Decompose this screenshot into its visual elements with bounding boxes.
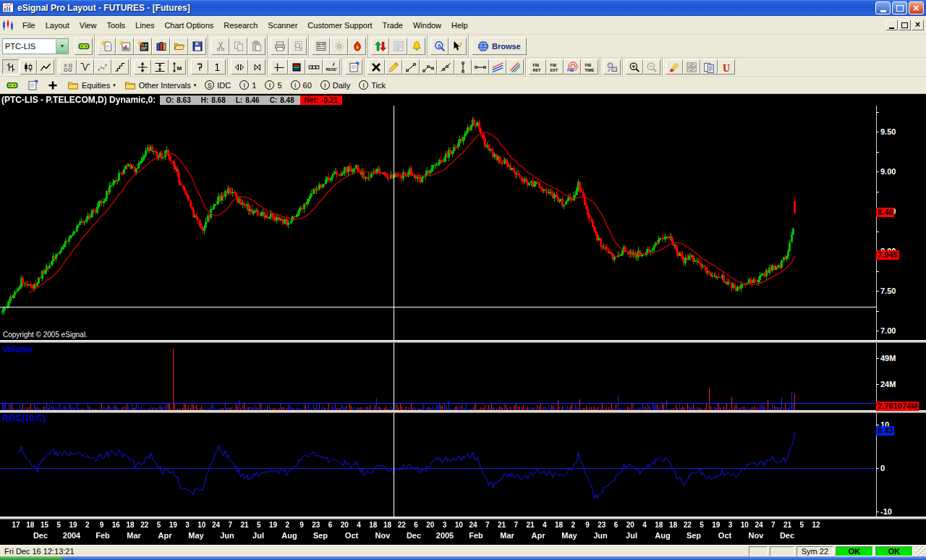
vertical-segment-button[interactable]: [454, 59, 472, 75]
mdi-minimize-button[interactable]: [885, 20, 898, 30]
resize-grip[interactable]: [915, 546, 926, 556]
detail-window-button: [389, 38, 407, 55]
alert-button[interactable]: [407, 38, 425, 55]
style-line-button[interactable]: [37, 59, 54, 75]
open-layout-button[interactable]: [170, 38, 188, 55]
menu-chart-options[interactable]: Chart Options: [159, 18, 218, 33]
hot-list-button[interactable]: [348, 38, 366, 55]
menu-lines[interactable]: Lines: [130, 18, 159, 33]
fib-circle-button[interactable]: FIB: [564, 59, 581, 75]
titlebar[interactable]: eSignal Pro Layout - FUTURES - [Futures]: [0, 0, 926, 16]
page-left-button[interactable]: [231, 59, 248, 75]
context-help-button[interactable]: ?: [449, 38, 467, 55]
andrews-pitchfork-button[interactable]: [506, 59, 524, 75]
boxes-row-button[interactable]: [305, 59, 323, 75]
fib-retracement-button[interactable]: FIBRET: [529, 59, 546, 75]
menu-file[interactable]: File: [17, 18, 41, 33]
interval-daily-label: Daily: [333, 81, 350, 90]
print-button[interactable]: [271, 38, 289, 55]
style-hlc-button[interactable]: [77, 59, 94, 75]
new-quote-board-button[interactable]: [152, 38, 170, 55]
style-point-figure-button[interactable]: [59, 59, 77, 75]
high-value: 8.68: [211, 96, 225, 104]
draw-pencil-button[interactable]: [385, 59, 402, 75]
trend-ray-button[interactable]: [437, 59, 454, 75]
toolbar-separator: [366, 35, 371, 57]
close-button[interactable]: [909, 1, 924, 14]
highlighter-button[interactable]: [666, 59, 683, 75]
menu-tools[interactable]: Tools: [101, 18, 130, 33]
interval-5-label: 5: [277, 81, 281, 90]
save-layout-button[interactable]: [188, 38, 206, 55]
interval-1-button[interactable]: I1: [235, 78, 260, 93]
style-step-button[interactable]: [111, 59, 129, 75]
menu-window[interactable]: Window: [408, 18, 446, 33]
fib-extension-button[interactable]: FIBEXT: [546, 59, 564, 75]
horizontal-segment-button[interactable]: [472, 59, 489, 75]
new-chart-button[interactable]: [116, 38, 134, 55]
scale-auto-button[interactable]: M: [169, 59, 186, 75]
menu-help[interactable]: Help: [446, 18, 473, 33]
toolbar-separator: [186, 58, 191, 76]
panel-divider[interactable]: [0, 340, 926, 343]
interval-tick-button[interactable]: ITick: [354, 78, 390, 93]
trend-polyline-button[interactable]: [420, 59, 437, 75]
properties-button[interactable]: [345, 59, 362, 75]
other-intervals-button[interactable]: Other Intervals▾: [120, 78, 201, 93]
source-idc-button[interactable]: SIDC: [200, 78, 235, 93]
menu-scanner[interactable]: Scanner: [263, 18, 302, 33]
style-candle-button[interactable]: [20, 59, 37, 75]
time-and-sales-button[interactable]: [312, 38, 330, 55]
link-window-button[interactable]: [2, 78, 22, 93]
restore-button[interactable]: [892, 1, 907, 14]
menu-research[interactable]: Research: [218, 18, 263, 33]
date-day-label: 16: [112, 521, 120, 529]
equities-button[interactable]: Equities▾: [63, 78, 120, 93]
style-dot-button[interactable]: [94, 59, 111, 75]
add-symbol-button[interactable]: [43, 78, 63, 93]
link-symbol-button[interactable]: [75, 38, 93, 55]
new-page-button[interactable]: [98, 38, 116, 55]
scale-expand-button[interactable]: [134, 59, 151, 75]
delete-tools-button[interactable]: [368, 59, 385, 75]
browse-button[interactable]: Browse: [472, 38, 527, 55]
reset-scale-button[interactable]: RESET: [323, 59, 340, 75]
shapes-stamp-button[interactable]: [603, 59, 621, 75]
zoom-in-button[interactable]: [626, 59, 643, 75]
parallel-lines-button[interactable]: [489, 59, 506, 75]
symbol-search-button[interactable]: S: [430, 38, 449, 55]
scale-compress-button[interactable]: [151, 59, 169, 75]
minimize-button[interactable]: [875, 1, 891, 14]
mdi-restore-button[interactable]: [899, 20, 911, 30]
menu-view[interactable]: View: [75, 18, 102, 33]
page-right-button[interactable]: [248, 59, 266, 75]
menu-layout[interactable]: Layout: [41, 18, 75, 33]
bar-spacing-up-button[interactable]: [191, 59, 208, 75]
start-button-sliver[interactable]: [0, 556, 62, 560]
page-properties-button[interactable]: [22, 78, 43, 93]
compare-notes-button[interactable]: [700, 59, 718, 75]
sort-up-down-button[interactable]: [371, 38, 389, 55]
bar-spacing-down-button[interactable]: [208, 59, 226, 75]
symbol-dropdown-icon[interactable]: ▼: [56, 39, 68, 54]
mdi-close-button[interactable]: [912, 20, 924, 30]
panel-divider[interactable]: [0, 517, 926, 519]
underline-u-button[interactable]: U: [718, 59, 735, 75]
interval-5-button[interactable]: I5: [260, 78, 286, 93]
style-bar-button[interactable]: [2, 59, 20, 75]
symbol-combo[interactable]: ▼: [2, 38, 69, 54]
symbol-input[interactable]: [3, 42, 56, 51]
fib-time-button[interactable]: FIBTIME: [581, 59, 598, 75]
crosshair-button[interactable]: [271, 59, 288, 75]
interval-1-label: 1: [252, 81, 256, 90]
bar-colors-button[interactable]: [288, 59, 305, 75]
panel-divider[interactable]: [0, 410, 926, 413]
new-layout-button[interactable]: [134, 38, 152, 55]
menu-trade[interactable]: Trade: [378, 18, 408, 33]
menu-customer-support[interactable]: Customer Support: [302, 18, 377, 33]
interval-daily-button[interactable]: IDaily: [316, 78, 354, 93]
trend-segment-button[interactable]: [402, 59, 420, 75]
interval-60-button[interactable]: I60: [286, 78, 316, 93]
mosaic-button[interactable]: [683, 59, 700, 75]
hseg-icon: [475, 61, 486, 73]
